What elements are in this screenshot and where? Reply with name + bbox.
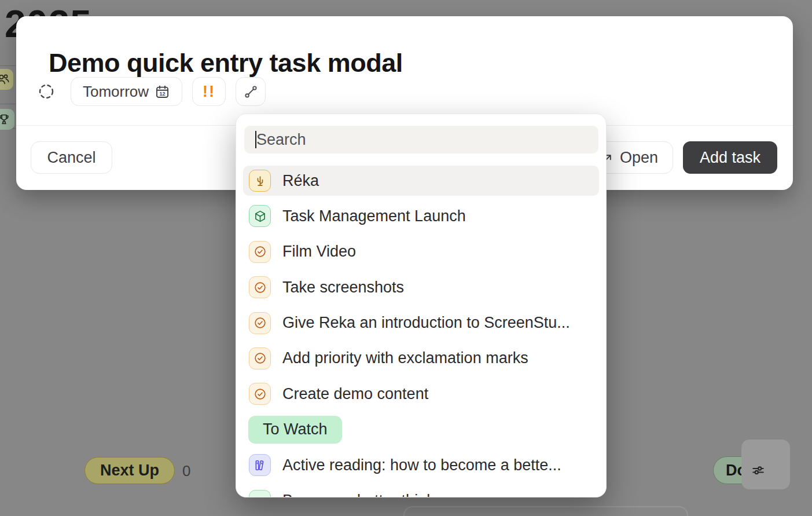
search-input[interactable]	[244, 126, 598, 153]
open-label: Open	[620, 149, 658, 167]
trophy-icon	[0, 109, 14, 130]
filter-sliders-icon	[751, 463, 766, 478]
text-caret	[255, 131, 256, 148]
check-icon	[249, 276, 271, 298]
list-item-label: Task Management Launch	[282, 207, 466, 225]
link-project-button[interactable]	[236, 77, 266, 106]
list-item-label: Create demo content	[282, 385, 428, 403]
priority-label: !!	[203, 83, 215, 101]
list-item-label: Active reading: how to become a bette...	[282, 456, 561, 474]
people-icon	[0, 69, 13, 90]
sidebar-divider	[0, 65, 16, 66]
add-task-button[interactable]: Add task	[683, 141, 777, 174]
check-icon	[249, 383, 271, 405]
list-item-label: Take screenshots	[282, 279, 404, 297]
list-item[interactable]: Film Video	[243, 237, 599, 267]
modal-title: Demo quick entry task modal	[49, 48, 403, 78]
chevron-icon	[249, 490, 271, 497]
group-badge[interactable]: To Watch	[248, 416, 342, 444]
list-item-label: Réka	[282, 172, 319, 190]
priority-button[interactable]: !!	[192, 77, 226, 106]
calendar-icon: 12	[155, 84, 170, 100]
check-icon	[249, 312, 271, 334]
project-picker-dropdown: Réka Task Management Launch Film Video T…	[236, 114, 607, 497]
sidebar-divider	[0, 104, 16, 104]
background-card-outline	[403, 506, 688, 516]
next-up-badge: Next Up	[84, 457, 175, 484]
list-item[interactable]: Active reading: how to become a bette...	[243, 450, 599, 480]
due-date-button[interactable]: Tomorrow 12	[71, 77, 182, 106]
check-icon	[249, 347, 271, 369]
cube-icon	[249, 205, 271, 227]
list-item-label: Become a better thinker	[282, 492, 449, 497]
link-nodes-icon	[243, 84, 259, 100]
dropdown-list: Réka Task Management Launch Film Video T…	[243, 166, 599, 497]
books-icon	[249, 454, 271, 476]
list-item[interactable]: Become a better thinker	[243, 486, 599, 497]
list-item[interactable]: Take screenshots	[243, 272, 599, 302]
check-icon	[249, 241, 271, 263]
list-item[interactable]: Task Management Launch	[243, 201, 599, 231]
next-up-label: Next Up	[100, 462, 159, 480]
list-item-label: Add priority with exclamation marks	[282, 349, 528, 367]
cancel-button[interactable]: Cancel	[31, 141, 112, 174]
cancel-label: Cancel	[47, 149, 95, 167]
next-up-count: 0	[182, 462, 190, 480]
task-status-circle-icon[interactable]	[37, 82, 56, 101]
list-item[interactable]: Give Reka an introduction to ScreenStu..…	[243, 308, 599, 338]
add-task-label: Add task	[700, 149, 760, 167]
due-date-label: Tomorrow	[83, 83, 149, 101]
group-header-row: To Watch	[243, 415, 599, 445]
cactus-icon	[249, 170, 271, 192]
list-item[interactable]: Create demo content	[243, 379, 599, 409]
list-item[interactable]: Add priority with exclamation marks	[243, 343, 599, 374]
svg-text:12: 12	[160, 91, 166, 97]
list-item-label: Give Reka an introduction to ScreenStu..…	[282, 314, 570, 332]
card-edge	[741, 440, 790, 489]
search-field[interactable]	[244, 126, 598, 153]
list-item-label: Film Video	[282, 243, 356, 261]
list-item[interactable]: Réka	[243, 166, 599, 196]
